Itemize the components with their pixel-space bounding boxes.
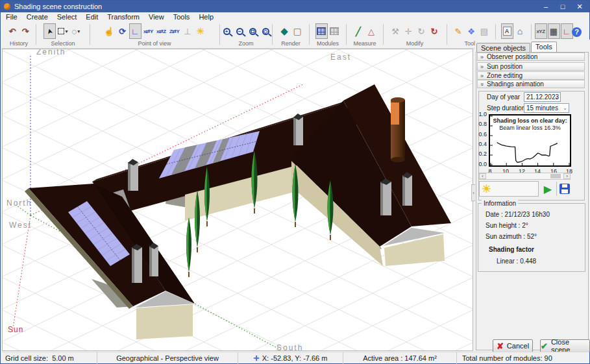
menubar: File Create Select Edit Transform View T… xyxy=(1,12,589,21)
scene-viewport[interactable]: Zenith East North West South Sun xyxy=(2,49,473,351)
menu-file[interactable]: File xyxy=(1,13,22,21)
polygon-tool-button[interactable]: ❖ xyxy=(465,23,478,39)
move-cross-icon: ✛ xyxy=(254,354,260,363)
separator xyxy=(447,24,447,45)
measure-length-button[interactable]: ╱ xyxy=(352,23,365,39)
menu-view[interactable]: View xyxy=(144,13,169,21)
separator xyxy=(90,24,90,45)
separator xyxy=(309,24,310,45)
menu-help[interactable]: Help xyxy=(194,13,218,21)
maximize-button[interactable]: □ xyxy=(554,1,571,12)
group-selection: ➤ ▾ ◌▾ Selection xyxy=(38,23,88,47)
scene-3d[interactable]: Zenith East North West South Sun xyxy=(3,49,473,350)
zenith-label: Zenith xyxy=(36,49,66,56)
zoom-window-button[interactable] xyxy=(247,23,259,39)
section-label: Observer position xyxy=(487,53,537,60)
modules-off-button[interactable] xyxy=(328,23,341,39)
cancel-button[interactable]: ✘ Cancel xyxy=(493,339,533,352)
scroll-left-icon[interactable]: ‹ xyxy=(479,173,486,179)
image-tool-button[interactable]: ▤ xyxy=(478,23,491,39)
axis-labels-button[interactable]: xYZ xyxy=(535,23,547,39)
y-tick: 0.6 xyxy=(475,131,487,138)
sun-icon[interactable]: ☀ xyxy=(482,182,491,196)
status-module-count: Total number of modules: 90 xyxy=(457,352,589,364)
separator xyxy=(346,24,347,45)
rect-select-button[interactable]: ▾ xyxy=(56,23,69,39)
pan-button[interactable]: ☝ xyxy=(103,23,116,39)
west-label: West xyxy=(9,221,32,230)
observer-view-button[interactable]: ⊥ xyxy=(181,23,193,39)
check-icon: ✔ xyxy=(541,341,548,351)
view-xy-button[interactable]: x⇄Y xyxy=(142,23,154,39)
save-animation-button[interactable] xyxy=(559,184,570,194)
modules-off-icon xyxy=(330,27,339,35)
undo-button[interactable]: ↶ xyxy=(6,23,19,39)
menu-tools[interactable]: Tools xyxy=(169,13,195,21)
close-scene-button[interactable]: ✔ Close scene xyxy=(540,339,590,352)
time-scrollbar[interactable]: ‹ › xyxy=(479,173,571,180)
rotate-object-button[interactable]: ↻ xyxy=(415,23,428,39)
zoom-all-icon: ◇ xyxy=(262,28,269,35)
pointer-select-button[interactable]: ➤ xyxy=(43,23,56,39)
step-duration-select[interactable]: 15 minutes ⌄ xyxy=(524,103,569,113)
pencil-tool-button[interactable]: ✎ xyxy=(452,23,465,39)
y-tick: 0.8 xyxy=(475,121,487,127)
grid-toggle-button[interactable]: ▦ xyxy=(548,23,560,39)
sun-view-button[interactable]: ☀ xyxy=(194,23,206,39)
section-observer-position[interactable]: » Observer position xyxy=(477,53,585,61)
render-wireframe-button[interactable]: ▢ xyxy=(291,23,304,39)
view-xz-button[interactable]: x⇄Z xyxy=(155,23,167,39)
lasso-select-button[interactable]: ◌▾ xyxy=(70,23,82,39)
south-label: South xyxy=(277,343,303,350)
chimney xyxy=(128,159,138,191)
rotate-all-button[interactable]: ↻ xyxy=(428,23,441,39)
minimize-button[interactable]: – xyxy=(537,1,554,12)
day-of-year-label: Day of year xyxy=(487,93,520,101)
orbit-button[interactable]: ⟳ xyxy=(116,23,129,39)
section-zone-editing[interactable]: » Zone editing xyxy=(477,71,585,80)
section-sun-position[interactable]: » Sun position xyxy=(477,62,585,71)
modules-on-button[interactable] xyxy=(315,23,328,39)
axes-view-button[interactable]: ∟ xyxy=(129,23,141,39)
view-zy-button[interactable]: Z⇄Y xyxy=(168,23,180,39)
menu-select[interactable]: Select xyxy=(53,13,82,21)
app-window: Shading scene construction – □ ✕ File Cr… xyxy=(0,0,590,364)
separator xyxy=(383,24,384,45)
tab-scene-objects[interactable]: Scene objects xyxy=(476,43,530,53)
group-label-measure: Measure xyxy=(348,40,382,47)
chimney xyxy=(132,244,142,283)
zoom-all-button[interactable]: ◇ xyxy=(260,23,272,39)
edit-object-button[interactable]: ⚒ xyxy=(389,23,402,39)
section-label: Sun position xyxy=(487,63,522,70)
measure-angle-button[interactable]: △ xyxy=(365,23,378,39)
menu-transform[interactable]: Transform xyxy=(103,13,144,21)
cancel-x-icon: ✘ xyxy=(497,341,504,351)
section-shadings-animation[interactable]: » Shadings animation xyxy=(477,80,585,88)
cylinder-tower[interactable] xyxy=(391,97,405,162)
reference-building-button[interactable]: A xyxy=(501,23,513,39)
scrollbar-thumb[interactable] xyxy=(550,174,561,178)
menu-edit[interactable]: Edit xyxy=(81,13,103,21)
help-button[interactable]: ? xyxy=(571,24,583,40)
tab-tools[interactable]: Tools xyxy=(531,42,557,53)
y-tick: 0.0 xyxy=(475,161,487,167)
info-shading-factor-label: Shading factor xyxy=(489,246,534,253)
zoom-out-button[interactable]: − xyxy=(234,23,246,39)
chevron-right-icon: » xyxy=(480,54,484,60)
chimney xyxy=(293,114,303,145)
group-label-modules: Modules xyxy=(311,40,345,47)
scroll-right-icon[interactable]: › xyxy=(563,173,571,179)
redo-button[interactable]: ↷ xyxy=(19,23,32,39)
separator xyxy=(272,24,273,45)
chevron-right-icon: » xyxy=(480,73,484,79)
chevron-right-icon: » xyxy=(480,64,484,70)
play-button[interactable]: ▶ xyxy=(541,181,555,197)
day-of-year-select[interactable]: 21.12.2023 ⌄ xyxy=(524,92,561,102)
move-object-button[interactable]: ✛ xyxy=(402,23,415,39)
close-button[interactable]: ✕ xyxy=(571,1,588,12)
zoom-in-button[interactable]: + xyxy=(221,23,233,39)
reference-house-button[interactable]: ⌂ xyxy=(514,23,526,39)
info-sun-azimuth: Sun azimuth : 52° xyxy=(486,233,537,240)
menu-create[interactable]: Create xyxy=(22,13,53,21)
render-solid-button[interactable]: ◆ xyxy=(278,23,291,39)
